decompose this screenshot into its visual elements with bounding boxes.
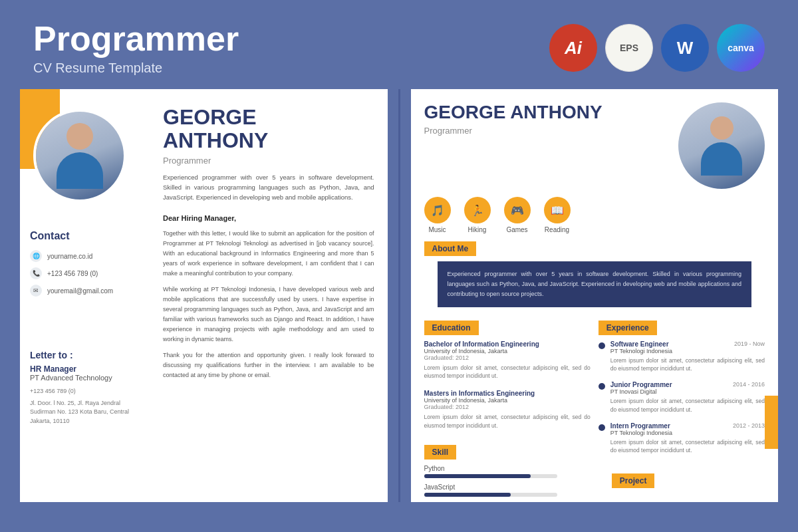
edu-school-2: University of Indonesia, Jakarta	[424, 397, 591, 404]
resume-card-right: GEORGE ANTHONY Programmer 🎵 Music 🏃	[411, 89, 779, 502]
tool-icons-row: Ai EPS W canva	[549, 24, 765, 72]
resume-main-content: GEORGE ANTHONY Programmer Experienced pr…	[153, 89, 388, 502]
edu-degree-2: Masters in Informatics Engineering	[424, 390, 591, 397]
resume-summary: Experienced programmer with over 5 years…	[163, 172, 374, 203]
exp-desc-2: Lorem ipsum dolor sit amet, consectetur …	[610, 397, 765, 414]
phone-icon: 📞	[30, 267, 42, 279]
skill-js-bar-fill	[424, 493, 511, 497]
eps-icon[interactable]: EPS	[605, 24, 653, 72]
exp-role-2: Junior Programmer	[610, 381, 672, 388]
card-divider	[398, 89, 400, 502]
orange-accent-right	[765, 396, 778, 449]
r2-header: GEORGE ANTHONY Programmer	[411, 89, 779, 189]
r2-job-title: Programmer	[424, 126, 602, 136]
skill-javascript: JavaScript	[424, 483, 591, 497]
experience-badge: Experience	[598, 321, 657, 335]
skill-python-bar-fill	[424, 474, 531, 478]
person-head	[66, 123, 93, 150]
edu-item-1: Bachelor of Information Engineering Univ…	[424, 340, 591, 381]
exp-role-3: Intern Programmer	[610, 422, 670, 430]
skill-python-bar-bg	[424, 474, 557, 478]
r2-profile-photo	[678, 102, 765, 189]
hobby-reading-label: Reading	[545, 226, 569, 233]
exp-org-3: PT Teknologi Indonesia	[610, 430, 765, 436]
header-title-section: Programmer CV Resume Template	[33, 20, 239, 76]
page-subtitle: CV Resume Template	[33, 61, 239, 76]
skill-section: Skill Python JavaScript	[424, 440, 591, 497]
about-me-section: About Me Experienced programmer with ove…	[411, 241, 779, 321]
exp-desc-3: Lorem ipsum dolor sit amet, consectetur …	[610, 438, 765, 456]
contact-phone: 📞 +123 456 789 (0)	[30, 267, 143, 279]
hobby-hiking: 🏃 Hiking	[464, 197, 491, 233]
music-icon: 🎵	[424, 197, 451, 223]
edu-degree-1: Bachelor of Information Engineering	[424, 340, 591, 348]
exp-header-2: Junior Programmer 2014 - 2016	[610, 381, 765, 388]
hobby-music-label: Music	[428, 226, 446, 233]
skill-js-bar-bg	[424, 493, 557, 497]
page-title: Programmer	[33, 20, 239, 58]
r2-person-body	[701, 142, 742, 176]
edu-item-2: Masters in Informatics Engineering Unive…	[424, 390, 591, 430]
hiking-icon: 🏃	[464, 197, 491, 223]
resume-job-title: Programmer	[163, 156, 374, 166]
edu-school-1: University of Indonesia, Jakarta	[424, 348, 591, 354]
exp-dot-1	[598, 342, 605, 349]
hobbies-row: 🎵 Music 🏃 Hiking 🎮 Games 📖 Reading	[411, 189, 779, 241]
letter-to-title: Letter to :	[30, 350, 143, 360]
hobby-hiking-label: Hiking	[468, 226, 487, 233]
exp-org-1: PT Teknologi Indonesia	[610, 348, 765, 354]
hobby-games: 🎮 Games	[504, 197, 531, 233]
resume-card-left: Contact 🌐 yourname.co.id 📞 +123 456 789 …	[20, 89, 388, 502]
edu-desc-1: Lorem ipsum dolor sit amet, consectetur …	[424, 364, 591, 381]
edu-desc-2: Lorem ipsum dolor sit amet, consectetur …	[424, 413, 591, 430]
exp-item-3: Intern Programmer 2012 - 2013 PT Teknolo…	[598, 422, 765, 456]
cover-letter-para3: Thank you for the attention and opportun…	[163, 350, 374, 380]
edu-year-1: Graduated: 2012	[424, 354, 591, 361]
letter-to-section: Letter to : HR Manager PT Advanced Techn…	[20, 342, 153, 434]
canva-icon[interactable]: canva	[717, 24, 765, 72]
r2-name-section: GEORGE ANTHONY Programmer	[424, 102, 602, 136]
hr-company: PT Advanced Technology	[30, 374, 143, 382]
reading-icon: 📖	[544, 197, 571, 223]
person-body	[57, 152, 103, 189]
r2-name: GEORGE ANTHONY	[424, 102, 602, 123]
exp-content-3: Intern Programmer 2012 - 2013 PT Teknolo…	[610, 422, 765, 456]
exp-header-3: Intern Programmer 2012 - 2013	[610, 422, 765, 430]
exp-content-2: Junior Programmer 2014 - 2016 PT Inovasi…	[610, 381, 765, 414]
about-me-text: Experienced programmer with over 5 years…	[438, 261, 752, 307]
exp-dot-2	[598, 383, 605, 390]
education-badge: Education	[424, 321, 479, 335]
exp-dot-3	[598, 424, 605, 431]
r2-person-head	[710, 116, 733, 140]
skill-js-label: JavaScript	[424, 483, 591, 491]
word-icon[interactable]: W	[661, 24, 709, 72]
education-section: Education Bachelor of Information Engine…	[424, 321, 591, 502]
about-me-badge: About Me	[424, 241, 477, 256]
hobby-reading: 📖 Reading	[544, 197, 571, 233]
exp-years-3: 2012 - 2013	[733, 422, 765, 430]
contact-section: Contact 🌐 yourname.co.id 📞 +123 456 789 …	[20, 222, 153, 310]
skill-badge: Skill	[424, 445, 457, 460]
two-col-section: Education Bachelor of Information Engine…	[411, 321, 779, 502]
person-silhouette	[57, 123, 103, 189]
exp-header-1: Software Engineer 2019 - Now	[610, 340, 765, 348]
edu-year-2: Graduated: 2012	[424, 404, 591, 410]
resume-name-line1: GEORGE ANTHONY	[163, 106, 374, 152]
profile-photo	[33, 109, 126, 202]
skill-python-label: Python	[424, 465, 591, 472]
page-header: Programmer CV Resume Template Ai EPS W c…	[0, 0, 798, 89]
experience-section: Experience Software Engineer 2019 - Now …	[598, 321, 765, 502]
exp-item-1: Software Engineer 2019 - Now PT Teknolog…	[598, 340, 765, 374]
exp-content-1: Software Engineer 2019 - Now PT Teknolog…	[610, 340, 765, 374]
hobby-music: 🎵 Music	[424, 197, 451, 233]
contact-title: Contact	[30, 230, 143, 242]
resume-sidebar: Contact 🌐 yourname.co.id 📞 +123 456 789 …	[20, 89, 153, 502]
exp-role-1: Software Engineer	[610, 340, 669, 348]
hr-manager-name: HR Manager	[30, 364, 143, 374]
illustrator-icon[interactable]: Ai	[549, 24, 597, 72]
globe-icon: 🌐	[30, 250, 42, 262]
games-icon: 🎮	[504, 197, 531, 223]
skill-python: Python	[424, 465, 591, 478]
contact-website: 🌐 yourname.co.id	[30, 250, 143, 262]
exp-org-2: PT Inovasi Digital	[610, 388, 765, 395]
